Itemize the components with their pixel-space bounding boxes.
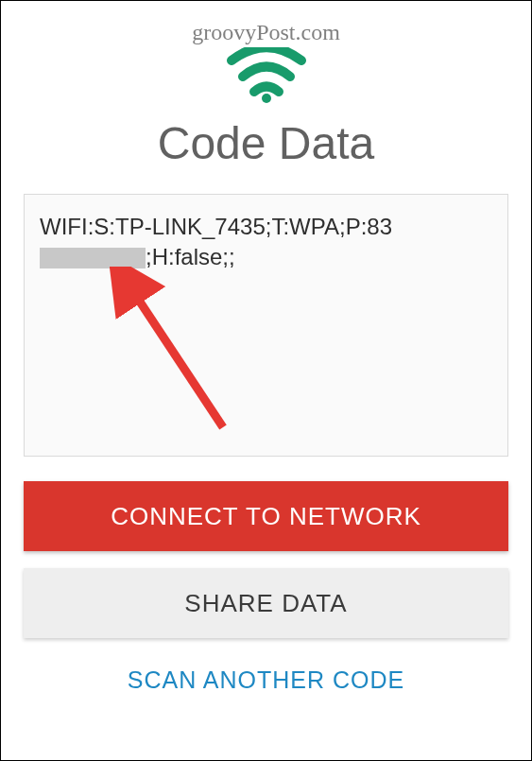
wifi-data-text: WIFI:S:TP-LINK_7435;T:WPA;P:83;H:false;; [40, 212, 492, 273]
watermark-text: groovyPost.com [24, 20, 508, 45]
connect-button[interactable]: CONNECT TO NETWORK [24, 481, 508, 551]
redacted-block [40, 248, 146, 268]
page-title: Code Data [24, 117, 508, 169]
svg-line-2 [130, 287, 223, 427]
svg-point-0 [262, 94, 271, 103]
wifi-data-suffix: ;H:false;; [146, 244, 235, 269]
wifi-icon [24, 47, 508, 104]
scan-another-button[interactable]: SCAN ANOTHER CODE [24, 659, 508, 701]
code-data-box: WIFI:S:TP-LINK_7435;T:WPA;P:83;H:false;; [24, 194, 508, 457]
share-button[interactable]: SHARE DATA [24, 568, 508, 638]
wifi-data-prefix: WIFI:S:TP-LINK_7435;T:WPA;P:83 [40, 214, 392, 239]
annotation-arrow [110, 267, 251, 446]
